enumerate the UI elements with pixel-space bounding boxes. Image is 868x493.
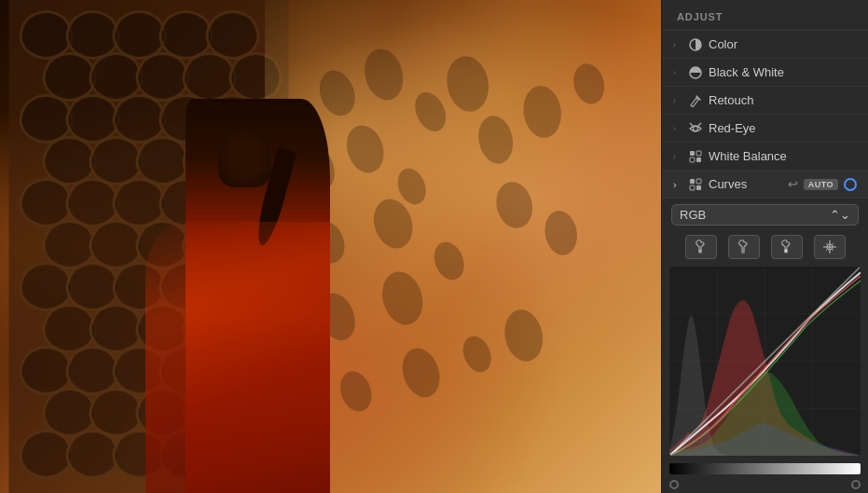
svg-point-41 (829, 246, 831, 248)
svg-point-13 (429, 238, 470, 284)
svg-line-42 (826, 243, 828, 245)
slider-handles (662, 480, 868, 493)
sidebar-item-color[interactable]: › Color (662, 31, 868, 59)
svg-line-44 (826, 250, 828, 252)
retouch-label: Retouch (709, 93, 857, 107)
photo-canvas (0, 0, 661, 493)
svg-point-6 (341, 120, 390, 177)
red-eye-icon (688, 121, 703, 136)
curves-graph[interactable] (669, 267, 861, 456)
rgb-dropdown[interactable]: RGB ⌃⌄ (671, 204, 859, 226)
svg-point-21 (501, 306, 548, 364)
svg-rect-31 (690, 179, 695, 184)
eyedropper-mid-button[interactable] (728, 235, 760, 259)
person-head (218, 129, 271, 187)
svg-point-19 (397, 343, 447, 402)
svg-point-20 (459, 332, 497, 377)
curves-section: › Curves ↩ AUTO RGB ⌃⌄ (662, 171, 868, 493)
white-balance-icon (688, 149, 703, 164)
svg-point-8 (475, 113, 517, 167)
curves-header[interactable]: › Curves ↩ AUTO (662, 171, 868, 199)
red-eye-label: Red-Eye (709, 121, 857, 135)
curves-icon (688, 177, 703, 192)
crosshair-button[interactable] (814, 235, 846, 259)
svg-point-10 (570, 61, 609, 108)
chevron-down-icon: › (673, 179, 682, 190)
svg-point-17 (377, 267, 429, 329)
black-point-handle[interactable] (669, 480, 679, 489)
undo-button[interactable]: ↩ (788, 177, 798, 191)
chevron-right-icon-bw: › (673, 68, 682, 77)
svg-point-37 (784, 250, 787, 253)
svg-point-4 (443, 53, 493, 116)
curves-mode-button[interactable] (844, 178, 857, 191)
svg-point-36 (741, 250, 744, 253)
svg-point-2 (360, 45, 409, 104)
sidebar-item-red-eye[interactable]: › Red-Eye (662, 115, 868, 143)
sidebar-item-white-balance[interactable]: › White Balance (662, 143, 868, 171)
svg-point-1 (314, 65, 362, 120)
white-balance-label: White Balance (709, 149, 857, 163)
svg-point-35 (698, 250, 701, 253)
eyedropper-black-button[interactable] (685, 235, 717, 259)
curves-label: Curves (709, 177, 782, 191)
dropdown-arrow-icon: ⌃⌄ (830, 208, 850, 222)
tone-gradient-bar[interactable] (669, 463, 861, 474)
eyedropper-white-button[interactable] (771, 235, 803, 259)
black-white-icon (688, 65, 703, 80)
curves-svg (669, 267, 861, 456)
svg-point-18 (336, 367, 378, 416)
svg-rect-33 (690, 185, 695, 190)
adjust-header: ADJUST (662, 0, 868, 31)
color-icon (688, 37, 703, 52)
svg-rect-29 (690, 157, 695, 162)
svg-point-9 (520, 83, 564, 140)
tool-row (662, 231, 868, 263)
auto-button[interactable]: AUTO (804, 179, 838, 190)
svg-point-14 (492, 178, 538, 232)
svg-rect-34 (696, 185, 701, 190)
right-panel: ADJUST › Color › Black & White › (661, 0, 868, 493)
curves-actions: ↩ AUTO (788, 177, 857, 191)
svg-rect-28 (696, 151, 701, 156)
svg-rect-32 (696, 179, 701, 184)
svg-line-25 (690, 123, 693, 126)
black-white-label: Black & White (709, 65, 857, 79)
svg-point-3 (409, 88, 452, 137)
rgb-label: RGB (680, 208, 706, 222)
dress-detail (145, 222, 331, 493)
sidebar-item-retouch[interactable]: › Retouch (662, 87, 868, 115)
chevron-right-icon: › (673, 40, 682, 49)
color-label: Color (709, 37, 857, 51)
svg-line-45 (832, 250, 834, 252)
svg-line-43 (832, 243, 834, 245)
svg-rect-30 (696, 157, 701, 162)
svg-point-24 (694, 126, 698, 130)
svg-point-15 (542, 208, 581, 257)
sidebar-item-black-white[interactable]: › Black & White (662, 59, 868, 87)
photo-area (0, 0, 661, 493)
svg-rect-27 (690, 151, 695, 156)
svg-line-26 (698, 123, 701, 126)
chevron-right-icon-redeye: › (673, 124, 682, 133)
chevron-right-icon-retouch: › (673, 96, 682, 105)
chevron-right-icon-wb: › (673, 152, 682, 161)
white-point-handle[interactable] (851, 480, 861, 489)
retouch-icon (688, 93, 703, 108)
